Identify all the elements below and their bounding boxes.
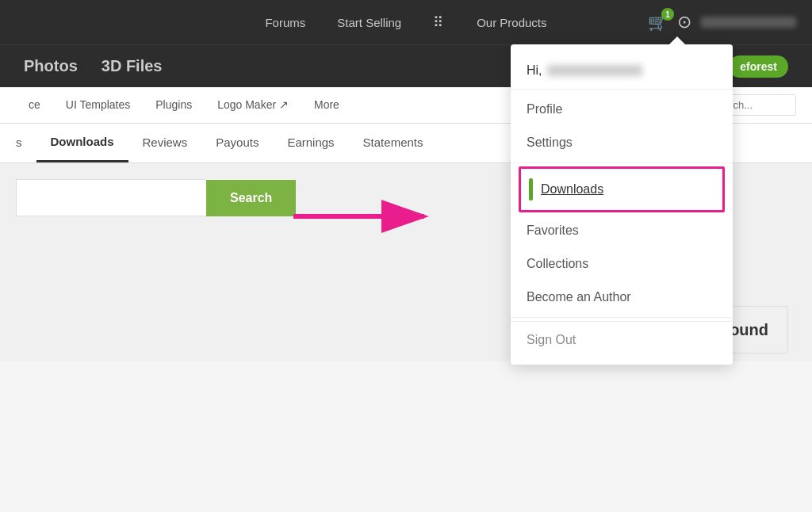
username-blurred xyxy=(547,65,642,76)
nav-forums[interactable]: Forums xyxy=(265,16,305,29)
cart-button[interactable]: 🛒 1 xyxy=(648,13,668,32)
nav-item-plugins[interactable]: Plugins xyxy=(143,87,205,124)
downloads-green-bar xyxy=(529,178,533,201)
dropdown-settings[interactable]: Settings xyxy=(511,126,733,159)
tab-downloads[interactable]: Downloads xyxy=(36,123,128,162)
dropdown-divider-1 xyxy=(511,89,733,90)
user-dropdown-menu: Hi, Profile Settings Downloads Favorites… xyxy=(511,44,733,365)
greeting-text: Hi, xyxy=(527,63,542,78)
tab-s[interactable]: s xyxy=(16,123,36,162)
nav-start-selling[interactable]: Start Selling xyxy=(337,16,401,29)
dropdown-divider-3 xyxy=(511,317,733,318)
dropdown-greeting: Hi, xyxy=(511,52,733,86)
dropdown-profile[interactable]: Profile xyxy=(511,93,733,126)
nav-item-ui-templates[interactable]: UI Templates xyxy=(53,87,143,124)
dropdown-sign-out[interactable]: Sign Out xyxy=(511,321,733,357)
dropdown-divider-2 xyxy=(511,162,733,163)
nav-our-products[interactable]: Our Products xyxy=(477,16,546,29)
nav-item-more[interactable]: More xyxy=(301,87,352,124)
dropdown-favorites[interactable]: Favorites xyxy=(511,214,733,247)
dropdown-collections[interactable]: Collections xyxy=(511,247,733,281)
tab-statements[interactable]: Statements xyxy=(349,123,438,162)
nav-item-ce[interactable]: ce xyxy=(16,87,53,124)
nav-3d-files[interactable]: 3D Files xyxy=(102,57,163,75)
tab-earnings[interactable]: Earnings xyxy=(273,123,348,162)
nav-right-area: 🛒 1 ⊙ xyxy=(648,12,796,32)
top-navigation: Forums Start Selling ⠿ Our Products 🛒 1 … xyxy=(0,0,812,44)
tab-reviews[interactable]: Reviews xyxy=(128,123,202,162)
search-input-main[interactable] xyxy=(16,179,206,216)
dropdown-downloads[interactable]: Downloads xyxy=(519,166,725,212)
nav-item-logo-maker[interactable]: Logo Maker ↗ xyxy=(205,87,301,124)
user-email-blurred xyxy=(701,17,796,28)
cart-icon-wrap: 🛒 1 xyxy=(648,13,668,32)
envato-badge[interactable]: eforest xyxy=(729,55,788,78)
cart-badge: 1 xyxy=(661,8,674,21)
grid-icon[interactable]: ⠿ xyxy=(433,13,445,31)
dropdown-downloads-label: Downloads xyxy=(541,182,603,197)
nav-photos[interactable]: Photos xyxy=(24,57,78,75)
dropdown-caret xyxy=(669,36,685,44)
user-avatar-icon[interactable]: ⊙ xyxy=(677,12,691,32)
dropdown-become-author[interactable]: Become an Author xyxy=(511,281,733,314)
tab-payouts[interactable]: Payouts xyxy=(201,123,273,162)
search-button[interactable]: Search xyxy=(206,180,296,216)
